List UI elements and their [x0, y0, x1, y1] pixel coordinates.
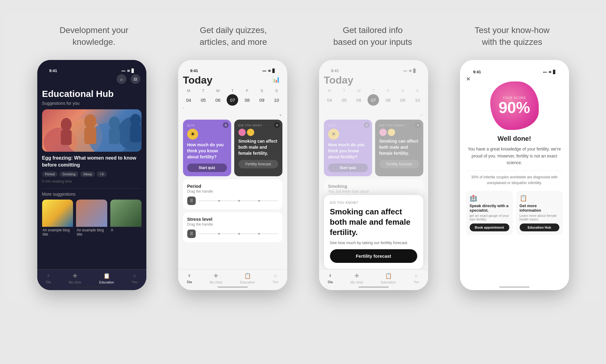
education-icon-1: 📋 [103, 273, 110, 279]
phone1-title: Educational Hub [42, 89, 142, 99]
tracker-period-sub-2: Drag the handle [187, 189, 278, 194]
action-cards: 🏥 Speak directly with a specialist. get … [466, 191, 563, 235]
svg-point-10 [130, 114, 141, 126]
tracker-period-label-2: Period [187, 184, 278, 189]
nav-dia-1[interactable]: ♀ Dia [46, 273, 51, 284]
dia-icon-2: ♀ [187, 273, 191, 279]
overlay-title-3: Smoking can affect both male and female … [330, 207, 417, 237]
caption-4: Test your know-how with the quizzes [451, 24, 574, 48]
education-icon-2: 📋 [244, 273, 251, 279]
close-didknow-btn-2[interactable]: ✕ [274, 122, 280, 128]
tracker-stress-2: Stress level Drag the handle ⠿ [183, 212, 282, 242]
score-blob: YOUR SCORE 90% [490, 81, 539, 130]
education-hub-btn[interactable]: Education Hub [520, 223, 559, 231]
hero-image [42, 109, 142, 152]
slider-handle-stress-2[interactable]: ⠿ [187, 230, 196, 238]
fertility-forecast-overlay-btn[interactable]: Fertility forecast [330, 249, 417, 263]
dia-icon-3: ♀ [328, 273, 332, 279]
slider-dot-2 [238, 200, 240, 202]
close-quiz-btn-2[interactable]: ✕ [223, 122, 229, 128]
blob-pink-2 [238, 129, 246, 136]
clinic-icon-3: ✚ [355, 273, 359, 279]
today-title-2: Today [183, 74, 282, 86]
nav-education-1[interactable]: 📋 Education [99, 273, 114, 284]
clinic-label-1: My clinic [69, 280, 82, 284]
cal-header-3: M T W T F S S [324, 88, 423, 93]
time-2: 9:41 [190, 68, 198, 73]
slider-dot-6 [258, 233, 260, 235]
time-3: 9:41 [331, 68, 339, 73]
slider-handle-period-2[interactable]: ⠿ [187, 197, 196, 205]
education-icon-3: 📋 [385, 273, 392, 279]
slider-track-stress-2[interactable] [198, 233, 278, 234]
article-title: Egg freezing: What women need to know be… [42, 155, 142, 168]
education-label-1: Education [99, 280, 114, 284]
nav-education-3[interactable]: 📋 Education [381, 273, 396, 284]
education-label-2: Education [240, 280, 255, 284]
nav-dia-3[interactable]: ♀ Dia [328, 273, 333, 284]
fertility-forecast-btn-2[interactable]: Fertility forecast [238, 160, 278, 168]
you-icon-1: ○ [133, 273, 136, 279]
nav-clinic-3[interactable]: ✚ My clinic [351, 273, 363, 284]
you-label-2: You [273, 280, 278, 284]
nav-clinic-1[interactable]: ✚ My clinic [69, 273, 82, 284]
suggestion-card-3[interactable]: A [110, 200, 142, 238]
signal-icon-1: ▪▪▪ [122, 69, 125, 73]
suggestion-img-1 [42, 200, 73, 227]
suggestion-card-1[interactable]: An example blog title [42, 200, 73, 238]
nav-education-2[interactable]: 📋 Education [240, 273, 255, 284]
status-icons-2: ▪▪▪ ≋ ▊ [262, 69, 275, 73]
nav-you-1[interactable]: ○ You [132, 273, 138, 284]
slider-track-period-2[interactable] [198, 200, 278, 201]
nav-clinic-2[interactable]: ✚ My clinic [210, 273, 222, 284]
education-label-3: Education [381, 280, 396, 284]
you-icon-2: ○ [274, 273, 277, 279]
slider-stress-2: ⠿ [187, 230, 278, 238]
phone1-content: 9:41 ▪▪▪ ≋ ▊ ⌕ ⊟ Educational Hub Suggest… [37, 60, 146, 290]
notch-2 [215, 60, 251, 68]
bookmark-icon[interactable]: ⊟ [131, 74, 140, 84]
nav-you-2[interactable]: ○ You [273, 273, 278, 284]
well-done-text: You have a great knowledge of your ferti… [466, 146, 563, 166]
notch-3 [355, 60, 392, 68]
phone4-content: 9:41 ▪▪▪ ≋ ▊ ✕ YOUR SCORE 90% Well done! [460, 60, 569, 290]
status-icons-1: ▪▪▪ ≋ ▊ [122, 69, 134, 73]
status-icons-3: ▪▪▪ ≋ ▊ [403, 69, 416, 73]
divider-1 [42, 188, 142, 189]
tracker-stress-label-2: Stress level [187, 217, 278, 222]
phone3-dimmed-bg: 9:41 ▪▪▪ ≋ ▊ Today M T W T F [324, 65, 423, 204]
chevron-down-2[interactable]: ⌄ [183, 112, 282, 117]
nav-dia-2[interactable]: ♀ Dia [187, 273, 192, 284]
close-btn-4[interactable]: ✕ [466, 76, 471, 82]
cal-header-2: M T W T F S S [183, 88, 282, 93]
nav-you-3[interactable]: ○ You [414, 273, 419, 284]
action-title-2: Get more information [520, 204, 559, 213]
status-icons-4: ▪▪▪ ≋ ▊ [543, 70, 556, 74]
did-know-badge-2: DID YOU NOW? [238, 124, 278, 127]
start-quiz-btn-2[interactable]: Start quiz [187, 164, 227, 172]
tag-sleep: Sleep [80, 171, 95, 177]
chart-icon-2[interactable]: 📊 [272, 76, 280, 83]
you-label-1: You [132, 280, 138, 284]
clinic-icon-1: ✚ [73, 273, 77, 279]
education-icon-4: 📋 [520, 194, 559, 202]
tag-smoking: Smoking [59, 171, 78, 177]
book-appointment-btn[interactable]: Book appointment [470, 223, 509, 231]
home-indicator-3 [358, 286, 389, 288]
suggestion-card-2[interactable]: An example blog title [76, 200, 107, 238]
action-card-education: 📋 Get more information Learn more about … [516, 191, 563, 235]
time-1: 9:41 [49, 68, 57, 73]
time-4: 9:41 [473, 70, 481, 74]
search-icon[interactable]: ⌕ [117, 74, 126, 84]
dia-label-1: Dia [46, 280, 51, 284]
did-know-text-2: Smoking can affect both male and female … [238, 138, 278, 156]
you-label-3: You [414, 280, 419, 284]
clinic-icon-2: ✚ [214, 273, 218, 279]
suggestion-label-3: A [110, 227, 142, 233]
svg-rect-7 [84, 127, 96, 144]
clinic-label-2: My clinic [210, 280, 222, 284]
tags-row: Period Smoking Sleep +3 [42, 171, 142, 177]
action-sub-1: get an exact gauge of your own fertility… [470, 214, 509, 221]
svg-point-6 [84, 114, 96, 129]
page-wrapper: Development your knowledge. Get daily qu… [6, 12, 600, 302]
